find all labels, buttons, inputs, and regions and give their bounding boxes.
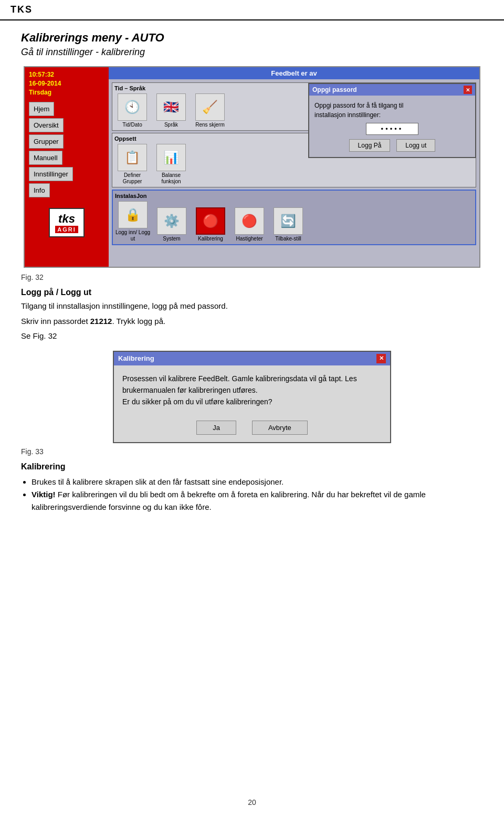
instalasjon-icons: 🔒 Logg inn/ Logg ut ⚙️ System 🔴 Kalibrer… <box>115 201 473 242</box>
tilbake-item[interactable]: 🔄 Tilbake-still <box>270 207 306 242</box>
logo-text: tks <box>55 212 78 226</box>
sidebar-btn-grupper[interactable]: Grupper <box>29 134 64 149</box>
sidebar-date: 16-09-2014 <box>29 79 104 88</box>
system-label: System <box>163 236 180 242</box>
kalibrering-label: Kalibrering <box>198 236 223 242</box>
kalib-avbryte-button[interactable]: Avbryte <box>252 421 308 435</box>
menu-section-instalasjon: InstalasJon 🔒 Logg inn/ Logg ut ⚙️ Syste… <box>112 190 476 245</box>
kalib-titlebar: Kalibrering ✕ <box>114 352 390 365</box>
section-logg-pa-heading: Logg på / Logg ut <box>21 288 483 297</box>
system-icon: ⚙️ <box>157 207 186 235</box>
rens-icon: 🧹 <box>195 93 225 121</box>
logg-inn-item[interactable]: 🔒 Logg inn/ Logg ut <box>115 201 151 242</box>
feedbelt-bar: Feedbelt er av <box>109 67 479 79</box>
fig33-caption: Fig. 33 <box>21 447 483 456</box>
tilbake-label: Tilbake-still <box>275 236 301 242</box>
rens-item[interactable]: 🧹 Rens skjerm <box>192 93 228 128</box>
kalib-bullet-list: Brukes til å kalibrere skrapen slik at d… <box>32 476 483 514</box>
logg-inn-label: Logg inn/ Logg ut <box>115 229 151 242</box>
dialog-body-line2: installasjon innstillinger: <box>314 110 470 120</box>
definer-icon: 📋 <box>118 144 147 171</box>
page-number: 20 <box>248 798 256 806</box>
sidebar-btn-info[interactable]: Info <box>29 183 50 197</box>
balanse-item[interactable]: 📊 Balanse funksjon <box>153 144 189 185</box>
dialog-buttons: Logg På Logg ut <box>314 139 470 152</box>
rens-label: Rens skjerm <box>195 122 225 128</box>
section-title: Kalibrerings meny - AUTO <box>21 31 483 45</box>
password-dialog: Oppgi passord ✕ Oppgi passord for å få t… <box>308 83 476 158</box>
sidebar-logo: tks AGRI <box>25 204 109 242</box>
kalib-title: Kalibrering <box>118 354 154 362</box>
para2-prefix: Skriv inn passordet <box>21 317 90 326</box>
sidebar-time: 10:57:32 <box>29 70 104 79</box>
kalib-body-text: Prosessen vil kalibrere FeedBelt. Gamle … <box>122 373 382 408</box>
definer-item[interactable]: 📋 Definer Grupper <box>114 144 150 185</box>
para2: Skriv inn passordet 21212. Trykk logg på… <box>21 316 483 328</box>
kalib-close-button[interactable]: ✕ <box>376 354 386 363</box>
logg-inn-icon: 🔒 <box>118 201 148 228</box>
balanse-label: Balanse funksjon <box>153 172 189 185</box>
para2-code: 21212 <box>90 317 112 326</box>
tilbake-icon: 🔄 <box>274 207 303 235</box>
sidebar-btn-manuell[interactable]: Manuell <box>29 151 62 165</box>
password-input[interactable] <box>366 123 418 135</box>
system-item[interactable]: ⚙️ System <box>154 207 190 242</box>
sidebar-day: Tirsdag <box>29 88 104 97</box>
definer-label: Definer Grupper <box>114 172 150 185</box>
header-title: TKS <box>10 4 33 15</box>
logo-sub: AGRI <box>55 226 78 233</box>
para2-suffix: . Trykk logg på. <box>112 317 165 326</box>
logg-pa-button[interactable]: Logg På <box>349 139 391 152</box>
sidebar-btn-hjem[interactable]: Hjem <box>29 102 54 116</box>
logg-ut-button[interactable]: Logg ut <box>396 139 435 152</box>
sprak-label: Språk <box>164 122 178 128</box>
balanse-icon: 📊 <box>156 144 186 171</box>
hastigheter-icon: 🔴 <box>235 207 264 235</box>
fig32-caption: Fig. 32 <box>21 273 483 281</box>
kalib-buttons: Ja Avbryte <box>114 415 390 442</box>
kalibrering-icon: 🔴 <box>196 207 225 235</box>
sidebar-top: 10:57:32 16-09-2014 Tirsdag <box>25 67 109 100</box>
dialog-body-line1: Oppgi passord for å få tilgang til <box>314 101 470 110</box>
tid-dato-item[interactable]: 🕙 Tid/Dato <box>114 93 150 128</box>
para3: Se Fig. 32 <box>21 330 483 342</box>
sprak-item[interactable]: 🇬🇧 Språk <box>153 93 189 128</box>
kalib-ja-button[interactable]: Ja <box>196 421 236 435</box>
ui-screenshot: 10:57:32 16-09-2014 Tirsdag Hjem Oversik… <box>24 66 480 268</box>
bullet-1-text: Brukes til å kalibrere skrapen slik at d… <box>32 477 284 486</box>
hastigheter-label: Hastigheter <box>236 236 262 242</box>
kalib-section-heading: Kalibrering <box>21 462 483 472</box>
main-panel: Feedbelt er av Tid – Språk 🕙 Tid/Dato 🇬🇧… <box>109 67 479 267</box>
hastigheter-item[interactable]: 🔴 Hastigheter <box>232 207 267 242</box>
instalasjon-title: InstalasJon <box>115 193 473 199</box>
para1: Tilgang til innstallasjon innstillingene… <box>21 300 483 312</box>
sprak-icon: 🇬🇧 <box>156 93 186 121</box>
dialog-titlebar: Oppgi passord ✕ <box>309 84 475 96</box>
bullet-item-1: Brukes til å kalibrere skrapen slik at d… <box>32 476 483 488</box>
page-header: TKS <box>0 0 504 20</box>
dialog-body: Oppgi passord for å få tilgang til insta… <box>309 96 475 157</box>
tid-dato-label: Tid/Dato <box>122 122 142 128</box>
bullet-2-text: Viktig! Før kalibreringen vil du bli bed… <box>32 490 426 511</box>
dialog-close-button[interactable]: ✕ <box>464 86 472 94</box>
sidebar: 10:57:32 16-09-2014 Tirsdag Hjem Oversik… <box>25 67 109 267</box>
bullet-item-2: Viktig! Før kalibreringen vil du bli bed… <box>32 488 483 514</box>
section-subtitle: Gå til innstillinger - kalibrering <box>21 47 483 58</box>
kalib-body: Prosessen vil kalibrere FeedBelt. Gamle … <box>114 365 390 415</box>
tid-dato-icon: 🕙 <box>118 93 147 121</box>
dialog-title: Oppgi passord <box>312 86 357 93</box>
sidebar-btn-oversikt[interactable]: Oversikt <box>29 118 64 132</box>
kalibrering-item[interactable]: 🔴 Kalibrering <box>193 207 228 242</box>
sidebar-btn-innstillinger[interactable]: Innstillinger <box>29 167 73 181</box>
kalibrering-dialog: Kalibrering ✕ Prosessen vil kalibrere Fe… <box>113 351 391 443</box>
